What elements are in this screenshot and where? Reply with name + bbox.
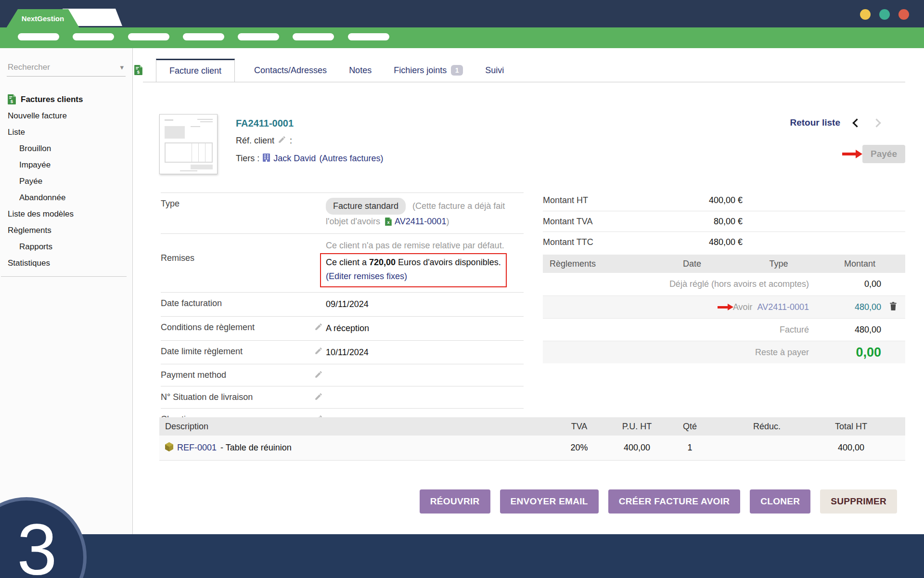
tab-notes[interactable]: Notes: [346, 65, 374, 76]
tab-facture-client[interactable]: Facture client: [156, 59, 235, 82]
action-buttons: RÉOUVRIR ENVOYER EMAIL CRÉER FACTURE AVO…: [420, 489, 897, 514]
product-label: - Table de réuinion: [220, 443, 292, 453]
row-value: 09/11/2024: [326, 297, 524, 311]
detail-row-situation: N° Situation de livraison: [161, 386, 524, 408]
sidebar-item-factures-clients[interactable]: $ Factures clients: [0, 91, 132, 108]
invoice-thumbnail[interactable]: [159, 114, 218, 174]
payments-table-header: Règlements Date Type Montant: [543, 255, 905, 273]
window-maximize-dot[interactable]: [879, 9, 890, 20]
delete-payment-trash-icon[interactable]: [889, 301, 898, 313]
credit-available-text: Ce client a 720,00 Euros d'avoirs dispon…: [326, 257, 501, 267]
menu-placeholder[interactable]: [183, 33, 224, 40]
chevron-right-icon[interactable]: [872, 118, 881, 127]
detail-row-payment-method: Payment method: [161, 364, 524, 386]
invoiced-label: Facturé: [780, 325, 809, 335]
menu-placeholder[interactable]: [128, 33, 169, 40]
item-total: 400,00: [819, 443, 884, 453]
avoir-value: 480,00: [809, 302, 881, 312]
sidebar-item-rapports[interactable]: Rapports: [0, 239, 132, 255]
annotation-arrow-icon: [718, 306, 728, 308]
line-items-table: Description TVA P.U. HT Qté Réduc. Total…: [159, 417, 905, 461]
brand-logo-text: NextGestion: [22, 14, 64, 23]
credit-amount: 720,00: [369, 257, 396, 267]
amount-label: Montant HT: [543, 195, 668, 206]
title-bar: NextGestion: [0, 0, 924, 27]
row-value: A réception: [326, 321, 524, 335]
svg-text:$: $: [137, 69, 140, 74]
tab-label: Fichiers joints: [394, 65, 447, 76]
navigation-row: Retour liste: [790, 117, 880, 128]
edit-pencil-icon[interactable]: [314, 322, 323, 334]
sidebar-item-liste[interactable]: Liste: [0, 124, 132, 141]
column-header: Date: [649, 259, 735, 269]
edit-pencil-icon[interactable]: [314, 370, 323, 381]
menu-placeholder[interactable]: [348, 33, 389, 40]
sidebar-search: ▾: [7, 61, 126, 77]
clone-button[interactable]: CLONER: [750, 489, 810, 514]
column-header: Montant: [822, 259, 905, 269]
sidebar-item-statistiques[interactable]: Statistiques: [0, 255, 132, 271]
avoir-ref-link[interactable]: AV2411-0001: [757, 302, 809, 312]
sidebar-item-reglements[interactable]: Règlements: [0, 222, 132, 239]
remaining-label: Reste à payer: [755, 347, 809, 358]
sidebar-item-abandonnee[interactable]: Abandonnée: [0, 190, 132, 206]
product-ref-link[interactable]: REF-0001: [177, 443, 217, 453]
reopen-button[interactable]: RÉOUVRIR: [420, 489, 490, 514]
chevron-down-icon[interactable]: ▾: [120, 63, 124, 72]
tiers-name-link[interactable]: Jack David: [273, 154, 316, 164]
remises-default-note: Ce client n'a pas de remise relative par…: [326, 241, 504, 250]
menu-placeholder[interactable]: [238, 33, 279, 40]
payment-row-remaining: Reste à payer 0,00: [543, 341, 905, 363]
detail-row-remises: Remises Ce client n'a pas de remise rela…: [161, 233, 524, 292]
edit-pencil-icon[interactable]: [278, 135, 286, 146]
window-minimize-dot[interactable]: [860, 9, 871, 20]
amount-value: 480,00 €: [668, 237, 743, 247]
payment-row-avoir: Avoir AV2411-0001 480,00: [543, 295, 905, 318]
sidebar-item-payee[interactable]: Payée: [0, 173, 132, 190]
back-to-list-link[interactable]: Retour liste: [790, 117, 840, 128]
sidebar-menu: $ Factures clients Nouvelle facture List…: [0, 91, 132, 277]
edit-pencil-icon[interactable]: [314, 347, 323, 358]
create-credit-note-button[interactable]: CRÉER FACTURE AVOIR: [608, 489, 741, 514]
column-header: Type: [735, 259, 822, 269]
menu-placeholder[interactable]: [73, 33, 114, 40]
invoice-icon: $: [8, 94, 16, 104]
amount-row-tva: Montant TVA 80,00 €: [543, 211, 905, 231]
already-paid-label: Déjà réglé (hors avoirs et acomptes): [669, 279, 809, 289]
tab-suivi[interactable]: Suivi: [482, 65, 507, 76]
row-label: Conditions de règlement: [161, 321, 300, 333]
delete-button[interactable]: SUPPRIMER: [820, 489, 897, 514]
menu-placeholder[interactable]: [293, 33, 334, 40]
payment-row-already-paid: Déjà réglé (hors avoirs et acomptes) 0,0…: [543, 273, 905, 295]
tab-contacts-adresses[interactable]: Contacts/Adresses: [251, 65, 330, 76]
menu-placeholder[interactable]: [18, 33, 59, 40]
tab-fichiers-joints[interactable]: Fichiers joints 1: [391, 65, 466, 76]
send-email-button[interactable]: ENVOYER EMAIL: [500, 489, 599, 514]
type-note: (Cette facture a déjà fait: [412, 201, 505, 211]
chevron-left-icon[interactable]: [852, 118, 861, 127]
row-label: Payment method: [161, 369, 300, 380]
credit-note-link[interactable]: AV2411-0001: [395, 217, 446, 226]
edit-pencil-icon[interactable]: [314, 392, 323, 403]
detail-row-conditions: Conditions de règlement A réception: [161, 316, 524, 340]
row-label: Date limite règlement: [161, 346, 300, 357]
line-item-row: REF-0001 - Table de réuinion 20% 400,00 …: [159, 436, 905, 461]
invoice-icon: $: [134, 65, 142, 77]
sidebar-item-liste-des-modeles[interactable]: Liste des modèles: [0, 206, 132, 222]
window-close-dot[interactable]: [898, 9, 909, 20]
annotation-red-box: Ce client a 720,00 Euros d'avoirs dispon…: [320, 253, 507, 287]
tabbar-underline: [143, 82, 905, 82]
search-input[interactable]: [8, 63, 120, 72]
sidebar-item-nouvelle-facture[interactable]: Nouvelle facture: [0, 108, 132, 124]
autres-factures-link[interactable]: (Autres factures): [319, 154, 383, 164]
sidebar-item-impayee[interactable]: Impayée: [0, 157, 132, 173]
brand-tab[interactable]: NextGestion: [6, 9, 79, 28]
column-header: Total HT: [819, 422, 884, 432]
sidebar-item-brouillon[interactable]: Brouillon: [0, 141, 132, 157]
edit-fixed-discounts-link[interactable]: (Editer remises fixes): [326, 271, 407, 281]
column-header: TVA: [549, 422, 609, 432]
amount-label: Montant TVA: [543, 217, 668, 227]
building-icon: [263, 154, 270, 164]
remaining-value: 0,00: [809, 345, 881, 360]
line-items-header: Description TVA P.U. HT Qté Réduc. Total…: [159, 417, 905, 436]
